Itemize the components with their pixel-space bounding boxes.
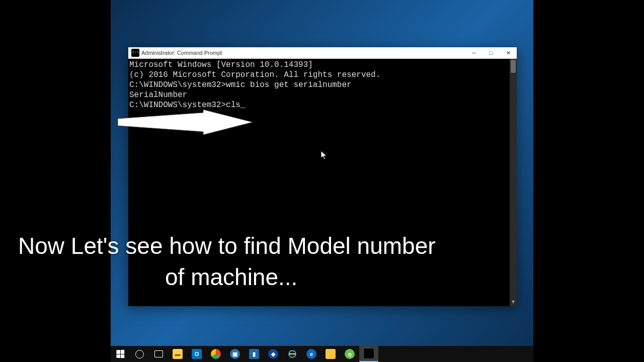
taskbar-app-visual-studio[interactable]: ▮	[245, 346, 264, 362]
taskbar-app-outlook[interactable]: O	[187, 346, 206, 362]
terminal-line: Microsoft Windows [Version 10.0.14393]	[129, 60, 514, 70]
taskbar-spacer	[378, 346, 533, 362]
taskbar-app-teamviewer[interactable]: ◈	[264, 346, 283, 362]
start-button[interactable]	[111, 346, 130, 362]
globe-icon: ▣	[230, 349, 240, 359]
close-button[interactable]: ✕	[500, 47, 517, 58]
caption-line: Now Let's see how to find Model number	[18, 230, 481, 261]
terminal-text: C:\WINDOWS\system32>cls	[129, 101, 240, 110]
scrollbar-arrow-down-icon[interactable]: ▾	[511, 299, 516, 305]
window-title: Administrator: Command Prompt	[141, 50, 465, 56]
taskbar-app-file-explorer[interactable]: ▬	[168, 346, 187, 362]
tutorial-caption: Now Let's see how to find Model number o…	[18, 230, 481, 293]
chrome-icon	[211, 349, 221, 359]
qbittorrent-icon: q	[345, 349, 355, 359]
taskbar-app-sticky-notes[interactable]	[321, 346, 340, 362]
taskbar[interactable]: ▬ O ▣ ▮ ◈ e q	[111, 346, 533, 362]
task-view-icon	[154, 350, 163, 357]
terminal-line: C:\WINDOWS\system32>wmic bios get serial…	[129, 80, 514, 90]
cortana-button[interactable]	[130, 346, 149, 362]
taskbar-app-cmd[interactable]	[359, 346, 378, 362]
taskbar-app-qbittorrent[interactable]: q	[340, 346, 359, 362]
cmd-taskbar-icon	[363, 348, 374, 359]
edge-icon: e	[306, 349, 316, 359]
minimize-button[interactable]: ─	[465, 47, 482, 58]
terminal-line: (c) 2016 Microsoft Corporation. All righ…	[129, 70, 514, 80]
window-controls: ─ □ ✕	[465, 47, 517, 58]
svg-marker-0	[118, 110, 253, 135]
windows-logo-icon	[116, 350, 124, 358]
terminal-line: SerialNumber	[129, 90, 514, 100]
terminal-line: C:\WINDOWS\system32>cls_	[129, 100, 514, 110]
terminal-cursor: _	[240, 101, 246, 110]
taskbar-app-chrome[interactable]	[206, 346, 225, 362]
taskbar-app-edge[interactable]: e	[302, 346, 321, 362]
teamviewer-icon: ◈	[268, 349, 278, 359]
cmd-icon	[131, 49, 139, 57]
window-titlebar[interactable]: Administrator: Command Prompt ─ □ ✕	[128, 47, 517, 59]
vs-icon: ▮	[249, 349, 259, 359]
cortana-icon	[135, 350, 144, 358]
file-explorer-icon: ▬	[173, 349, 183, 359]
task-view-button[interactable]	[149, 346, 168, 362]
maximize-button[interactable]: □	[482, 47, 500, 58]
sticky-notes-icon	[326, 349, 336, 359]
taskbar-app-software-center[interactable]: ▣	[225, 346, 245, 362]
outlook-icon: O	[192, 349, 202, 359]
taskbar-app-ie[interactable]	[283, 346, 302, 362]
terminal-scrollbar[interactable]: ▾	[510, 59, 517, 306]
scrollbar-thumb[interactable]	[511, 60, 516, 73]
ie-icon	[288, 349, 297, 358]
caption-line: of machine...	[18, 261, 481, 293]
annotation-arrow-icon	[118, 110, 253, 135]
